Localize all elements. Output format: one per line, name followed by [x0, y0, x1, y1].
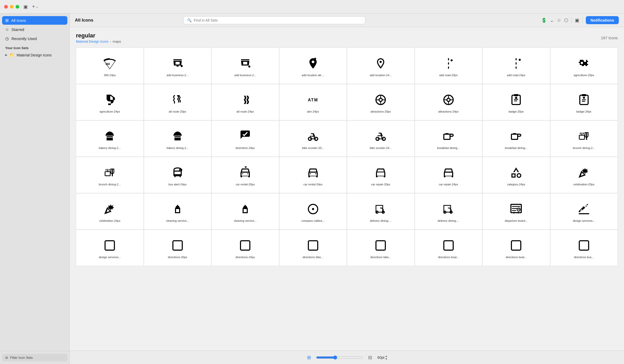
icon-cell-360-24px[interactable]: 360360-24px — [76, 48, 144, 84]
sidebar-toggle-button[interactable]: ▣ — [23, 4, 28, 10]
material-design-icons-label: Material Design Icons — [17, 53, 52, 57]
breadcrumb-parent[interactable]: Material Design Icons — [76, 40, 108, 43]
icon-image-celebration-20px — [577, 165, 591, 180]
icon-cell-car-rental-20px[interactable]: car rental-20px — [211, 157, 279, 193]
search-input[interactable] — [194, 18, 361, 22]
icon-cell-bakery-dining-24px[interactable]: bakery dining-2... — [144, 120, 212, 157]
size-stepper[interactable]: ▲ ▼ — [385, 355, 388, 360]
icon-image-car-rental-20px — [238, 165, 252, 180]
icon-cell-row5-1[interactable]: design services... — [76, 230, 144, 266]
icon-cell-add-business-20px[interactable]: add business-2... — [144, 48, 212, 84]
icon-cell-car-rental-24px[interactable]: car rental-24px — [279, 157, 347, 193]
close-button[interactable] — [4, 5, 8, 9]
svg-rect-76 — [173, 241, 182, 250]
svg-text:360: 360 — [106, 63, 110, 66]
icon-cell-add-road-24px[interactable]: add road-24px — [482, 48, 550, 84]
svg-rect-77 — [240, 241, 250, 250]
sidebar-item-recently-used[interactable]: ◷ Recently Used — [2, 34, 67, 43]
share-icon[interactable]: ⬡ — [564, 17, 568, 23]
icon-cell-design-services[interactable]: design services... — [550, 193, 618, 230]
chevron-down-icon[interactable]: ⌄ — [550, 17, 554, 23]
svg-rect-53 — [105, 172, 110, 176]
fullscreen-button[interactable] — [16, 5, 19, 9]
icon-image-car-repair-20px — [373, 165, 388, 180]
icon-image-row5-7 — [509, 238, 523, 253]
icon-cell-row5-6[interactable]: directions boat... — [415, 230, 483, 266]
icon-cell-add-road-20px[interactable]: add road-20px — [415, 48, 483, 84]
grid-view-button[interactable]: ⊞ — [306, 354, 312, 361]
notifications-button[interactable]: Notifications — [586, 16, 619, 24]
icon-label-row5-4: directions bike... — [303, 255, 323, 259]
sidebar-right-icon[interactable]: ▣ — [575, 17, 579, 23]
list-view-button[interactable]: ⊟ — [367, 354, 373, 361]
icon-image-breakfast-dining-20px — [441, 129, 456, 144]
icon-cell-departure-board[interactable]: departure board... — [482, 193, 550, 230]
icon-cell-celebration-24px[interactable]: celebration-24px — [76, 193, 144, 230]
icon-cell-beenhere-24px[interactable]: beenhere-24px — [211, 120, 279, 157]
content-area: regular Material Design Icons › maps 197… — [70, 27, 624, 350]
icon-image-row5-5 — [373, 238, 388, 253]
icon-cell-alt-route-24px[interactable]: alt route-24px — [211, 84, 279, 120]
icon-cell-car-repair-20px[interactable]: car repair-20px — [347, 157, 415, 193]
icon-cell-breakfast-dining-24px[interactable]: breakfast dining... — [482, 120, 550, 157]
icon-cell-compass-calibra[interactable]: compass calibra... — [279, 193, 347, 230]
icon-cell-cleaning-service-20px[interactable]: cleaning service... — [144, 193, 212, 230]
icon-cell-bike-scooter-24px[interactable]: bike scooter-24... — [347, 120, 415, 157]
icon-label-car-repair-24px: car repair-24px — [439, 183, 458, 186]
icon-cell-row5-7[interactable]: directions boat... — [482, 230, 550, 266]
icon-cell-agriculture-20px[interactable]: agriculture-20px — [550, 48, 618, 84]
icon-cell-badge-24px[interactable]: badge-24px — [550, 84, 618, 120]
icon-label-departure-board: departure board... — [505, 219, 528, 223]
filter-icon-sets-button[interactable]: ⊜ Filter Icon Sets — [2, 354, 67, 361]
currency-icon[interactable]: 💲 — [541, 17, 547, 23]
icon-cell-cleaning-service-24px[interactable]: cleaning service... — [211, 193, 279, 230]
icon-cell-delivery-dining-24px[interactable]: delivery dining-... — [415, 193, 483, 230]
icon-cell-attractions-20px[interactable]: attractions-20px — [347, 84, 415, 120]
icon-image-delivery-dining-24px — [441, 202, 456, 216]
search-bar[interactable]: 🔍 — [183, 16, 365, 24]
icon-cell-category-24px[interactable]: category-24px — [482, 157, 550, 193]
icon-image-cleaning-service-24px — [238, 202, 252, 216]
icon-image-compass-calibra — [306, 202, 320, 216]
svg-rect-9 — [448, 67, 449, 69]
icon-cell-bakery-dining-20px[interactable]: bakery dining-2... — [76, 120, 144, 157]
icon-cell-celebration-20px[interactable]: celebration-20px — [550, 157, 618, 193]
size-slider[interactable] — [316, 355, 363, 360]
icon-cell-row5-2[interactable]: directions-20px — [144, 230, 212, 266]
icon-image-add-road-20px — [441, 56, 456, 71]
icon-label-row5-8: directions bus... — [574, 255, 594, 259]
icon-image-attractions-20px — [373, 93, 388, 107]
icon-cell-add-business-24px[interactable]: add business-2... — [211, 48, 279, 84]
icon-cell-car-repair-24px[interactable]: car repair-24px — [415, 157, 483, 193]
icon-cell-row5-8[interactable]: directions bus... — [550, 230, 618, 266]
icon-cell-atm-24px[interactable]: ATMatm-24px — [279, 84, 347, 120]
sidebar-item-material-design-icons[interactable]: ▶ 📁 Material Design Icons — [2, 51, 67, 59]
icon-image-add-location-24px — [373, 56, 388, 71]
icon-cell-row5-4[interactable]: directions bike... — [279, 230, 347, 266]
icon-cell-agriculture-24px[interactable]: agriculture-24px — [76, 84, 144, 120]
icon-cell-alt-route-20px[interactable]: alt route-20px — [144, 84, 212, 120]
icon-cell-row5-5[interactable]: directions bike... — [347, 230, 415, 266]
icon-cell-bus-alert-24px[interactable]: !bus alert-24px — [144, 157, 212, 193]
sidebar-item-starred[interactable]: ☆ Starred — [2, 25, 67, 34]
minimize-button[interactable] — [10, 5, 14, 9]
icon-cell-brunch-dining-24px[interactable]: brunch dining-2... — [76, 157, 144, 193]
icon-cell-brunch-dining-20px[interactable]: brunch dining-2... — [550, 120, 618, 157]
icon-image-360-24px: 360 — [102, 56, 117, 71]
icon-cell-attractions-24px[interactable]: attractions-24px — [415, 84, 483, 120]
icon-label-row5-2: directions-20px — [168, 255, 187, 259]
icon-cell-delivery-dining-20px[interactable]: delivery dining-... — [347, 193, 415, 230]
icon-cell-add-location-alt[interactable]: add location alt-... — [279, 48, 347, 84]
breadcrumb-bar: regular Material Design Icons › maps 197… — [76, 32, 618, 43]
icon-cell-row5-3[interactable]: directions-24px — [211, 230, 279, 266]
svg-rect-79 — [376, 241, 385, 250]
icon-cell-add-location-24px[interactable]: add location-24... — [347, 48, 415, 84]
new-tab-button[interactable]: + ⌄ — [32, 4, 38, 10]
icon-label-row5-6: directions boat... — [438, 255, 459, 259]
icon-cell-bike-scooter-20px[interactable]: bike scooter-20... — [279, 120, 347, 157]
star-icon[interactable]: ☆ — [557, 17, 561, 23]
svg-point-70 — [513, 212, 515, 213]
sidebar-item-all-icons[interactable]: ⊞ All Icons — [2, 16, 67, 25]
icon-cell-breakfast-dining-20px[interactable]: breakfast dining... — [415, 120, 483, 157]
icon-cell-badge-20px[interactable]: badge-20px — [482, 84, 550, 120]
